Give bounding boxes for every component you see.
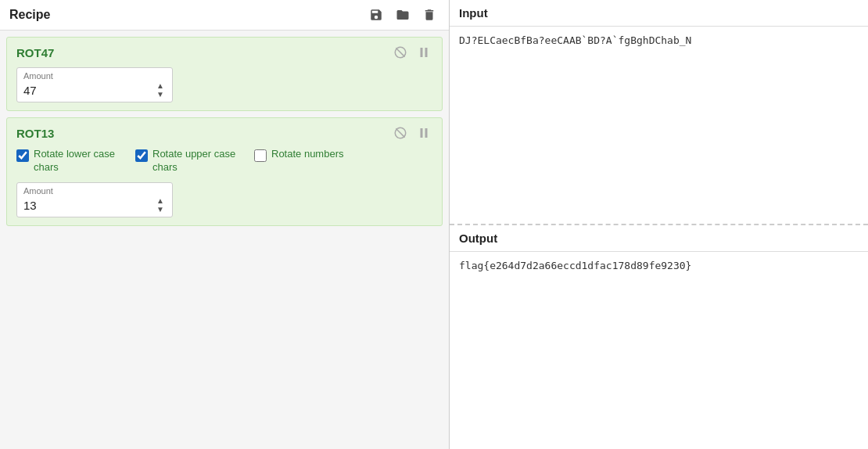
- rot13-lower-checkbox-item[interactable]: Rotate lower case chars: [16, 148, 120, 174]
- output-content: flag{e264d7d2a66eccd1dfac178d89fe9230}: [450, 252, 868, 449]
- svg-rect-3: [425, 48, 428, 57]
- input-header: Input: [450, 0, 868, 27]
- rot47-amount-value: 47: [23, 84, 37, 97]
- rot13-pause-button[interactable]: [415, 126, 432, 140]
- rot13-numbers-checkbox[interactable]: [254, 149, 267, 162]
- rot47-title: ROT47: [16, 46, 54, 59]
- rot13-amount-row: 13 ▲ ▼: [23, 197, 166, 214]
- output-section: Output flag{e264d7d2a66eccd1dfac178d89fe…: [450, 225, 868, 449]
- rot47-amount-field: Amount 47 ▲ ▼: [16, 67, 173, 102]
- rot47-amount-label: Amount: [23, 71, 166, 81]
- rot47-pause-button[interactable]: [415, 45, 432, 59]
- rot13-controls: [392, 126, 432, 140]
- disable-icon: [393, 126, 407, 140]
- rot13-amount-field: Amount 13 ▲ ▼: [16, 182, 173, 217]
- rot13-checkboxes: Rotate lower case chars Rotate upper cas…: [16, 148, 432, 174]
- left-panel: Recipe ROT47: [0, 0, 450, 449]
- rot47-amount-row: 47 ▲ ▼: [23, 82, 166, 99]
- svg-rect-6: [421, 128, 423, 138]
- rot13-numbers-label: Rotate numbers: [271, 148, 344, 161]
- input-section: Input DJ?ELCaecBfBa?eeCAAB`BD?A`fgBghDCh…: [450, 0, 868, 225]
- rot47-controls: [392, 45, 432, 59]
- rot13-numbers-checkbox-item[interactable]: Rotate numbers: [254, 148, 344, 162]
- right-panel: Input DJ?ELCaecBfBa?eeCAAB`BD?A`fgBghDCh…: [450, 0, 868, 449]
- save-button[interactable]: [366, 6, 386, 23]
- rot13-block-header: ROT13: [16, 126, 432, 140]
- rot13-lower-checkbox[interactable]: [16, 149, 29, 162]
- recipe-header: Recipe: [0, 0, 449, 31]
- rot13-lower-label: Rotate lower case chars: [34, 148, 120, 174]
- rot13-title: ROT13: [16, 127, 54, 140]
- rot47-block: ROT47: [6, 37, 443, 111]
- pause-icon: [417, 45, 431, 59]
- save-icon: [369, 8, 383, 22]
- rot47-increment[interactable]: ▲: [155, 82, 166, 90]
- recipe-content: ROT47: [0, 31, 449, 449]
- output-header: Output: [450, 225, 868, 252]
- pause-icon: [417, 126, 431, 140]
- rot13-block: ROT13: [6, 117, 443, 226]
- rot47-block-header: ROT47: [16, 45, 432, 59]
- recipe-title: Recipe: [9, 8, 50, 22]
- rot13-increment[interactable]: ▲: [155, 197, 166, 205]
- rot13-spinner: ▲ ▼: [155, 197, 166, 214]
- svg-rect-2: [421, 48, 423, 57]
- svg-line-1: [396, 48, 404, 56]
- svg-line-5: [396, 128, 404, 137]
- rot13-upper-checkbox[interactable]: [135, 149, 148, 162]
- open-button[interactable]: [393, 6, 413, 23]
- delete-icon: [422, 8, 436, 22]
- disable-icon: [393, 45, 407, 59]
- rot13-disable-button[interactable]: [392, 126, 409, 140]
- input-content[interactable]: DJ?ELCaecBfBa?eeCAAB`BD?A`fgBghDChab_N: [450, 27, 868, 224]
- open-icon: [396, 8, 410, 22]
- rot13-amount-value: 13: [23, 199, 37, 212]
- rot47-decrement[interactable]: ▼: [155, 91, 166, 99]
- rot13-decrement[interactable]: ▼: [155, 206, 166, 214]
- header-icons: [366, 6, 439, 23]
- svg-rect-7: [425, 128, 428, 138]
- rot13-amount-label: Amount: [23, 186, 166, 196]
- rot47-spinner: ▲ ▼: [155, 82, 166, 99]
- rot13-upper-label: Rotate upper case chars: [152, 148, 239, 174]
- rot13-upper-checkbox-item[interactable]: Rotate upper case chars: [135, 148, 239, 174]
- rot47-disable-button[interactable]: [392, 45, 409, 59]
- delete-button[interactable]: [419, 6, 439, 23]
